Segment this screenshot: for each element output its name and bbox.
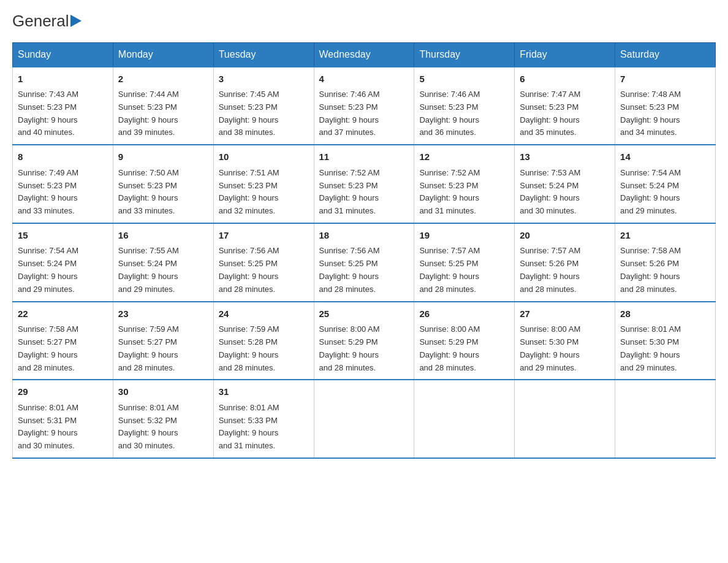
day-number: 18: [319, 229, 409, 243]
day-number: 14: [620, 150, 710, 164]
day-info: Sunrise: 7:58 AM Sunset: 5:27 PM Dayligh…: [18, 323, 108, 374]
day-number: 26: [419, 307, 509, 321]
calendar-cell: 15 Sunrise: 7:54 AM Sunset: 5:24 PM Dayl…: [13, 223, 113, 302]
day-info: Sunrise: 7:43 AM Sunset: 5:23 PM Dayligh…: [18, 88, 108, 139]
calendar-week-5: 29 Sunrise: 8:01 AM Sunset: 5:31 PM Dayl…: [13, 380, 716, 458]
day-number: 3: [219, 72, 309, 86]
calendar-cell: 27 Sunrise: 8:00 AM Sunset: 5:30 PM Dayl…: [515, 302, 615, 380]
day-number: 23: [118, 307, 208, 321]
calendar-cell: 22 Sunrise: 7:58 AM Sunset: 5:27 PM Dayl…: [13, 302, 113, 380]
calendar-cell: 29 Sunrise: 8:01 AM Sunset: 5:31 PM Dayl…: [13, 380, 113, 458]
calendar-cell: [615, 380, 716, 458]
calendar-cell: 31 Sunrise: 8:01 AM Sunset: 5:33 PM Dayl…: [213, 380, 314, 458]
calendar-cell: [414, 380, 515, 458]
day-info: Sunrise: 7:46 AM Sunset: 5:23 PM Dayligh…: [319, 88, 409, 139]
day-info: Sunrise: 7:54 AM Sunset: 5:24 PM Dayligh…: [18, 245, 108, 296]
column-header-wednesday: Wednesday: [314, 42, 414, 67]
day-info: Sunrise: 7:47 AM Sunset: 5:23 PM Dayligh…: [520, 88, 610, 139]
day-number: 19: [419, 229, 509, 243]
calendar-cell: 14 Sunrise: 7:54 AM Sunset: 5:24 PM Dayl…: [615, 145, 716, 223]
day-number: 30: [118, 385, 208, 399]
day-info: Sunrise: 7:56 AM Sunset: 5:25 PM Dayligh…: [219, 245, 309, 296]
day-number: 25: [319, 307, 409, 321]
calendar-cell: 11 Sunrise: 7:52 AM Sunset: 5:23 PM Dayl…: [314, 145, 414, 223]
logo: General: [12, 12, 83, 30]
calendar-cell: [515, 380, 615, 458]
column-header-thursday: Thursday: [414, 42, 515, 67]
day-number: 21: [620, 229, 710, 243]
calendar-cell: 17 Sunrise: 7:56 AM Sunset: 5:25 PM Dayl…: [213, 223, 314, 302]
calendar-week-2: 8 Sunrise: 7:49 AM Sunset: 5:23 PM Dayli…: [13, 145, 716, 223]
day-number: 8: [18, 150, 108, 164]
day-info: Sunrise: 8:00 AM Sunset: 5:30 PM Dayligh…: [520, 323, 610, 374]
calendar-cell: 6 Sunrise: 7:47 AM Sunset: 5:23 PM Dayli…: [515, 67, 615, 145]
day-number: 7: [620, 72, 710, 86]
calendar-cell: 5 Sunrise: 7:46 AM Sunset: 5:23 PM Dayli…: [414, 67, 515, 145]
calendar-cell: 4 Sunrise: 7:46 AM Sunset: 5:23 PM Dayli…: [314, 67, 414, 145]
day-number: 11: [319, 150, 409, 164]
day-info: Sunrise: 7:58 AM Sunset: 5:26 PM Dayligh…: [620, 245, 710, 296]
day-number: 5: [419, 72, 509, 86]
day-number: 17: [219, 229, 309, 243]
calendar-cell: 12 Sunrise: 7:52 AM Sunset: 5:23 PM Dayl…: [414, 145, 515, 223]
column-header-saturday: Saturday: [615, 42, 716, 67]
day-info: Sunrise: 8:01 AM Sunset: 5:32 PM Dayligh…: [118, 402, 208, 453]
day-info: Sunrise: 7:56 AM Sunset: 5:25 PM Dayligh…: [319, 245, 409, 296]
calendar-cell: 23 Sunrise: 7:59 AM Sunset: 5:27 PM Dayl…: [113, 302, 213, 380]
day-info: Sunrise: 8:00 AM Sunset: 5:29 PM Dayligh…: [319, 323, 409, 374]
calendar-cell: 26 Sunrise: 8:00 AM Sunset: 5:29 PM Dayl…: [414, 302, 515, 380]
day-info: Sunrise: 7:59 AM Sunset: 5:27 PM Dayligh…: [118, 323, 208, 374]
day-info: Sunrise: 8:01 AM Sunset: 5:31 PM Dayligh…: [18, 402, 108, 453]
day-info: Sunrise: 7:52 AM Sunset: 5:23 PM Dayligh…: [419, 167, 509, 218]
day-number: 15: [18, 229, 108, 243]
calendar-week-1: 1 Sunrise: 7:43 AM Sunset: 5:23 PM Dayli…: [13, 67, 716, 145]
day-info: Sunrise: 7:53 AM Sunset: 5:24 PM Dayligh…: [520, 167, 610, 218]
day-info: Sunrise: 7:52 AM Sunset: 5:23 PM Dayligh…: [319, 167, 409, 218]
calendar-table: SundayMondayTuesdayWednesdayThursdayFrid…: [12, 42, 716, 459]
day-info: Sunrise: 7:48 AM Sunset: 5:23 PM Dayligh…: [620, 88, 710, 139]
calendar-cell: 13 Sunrise: 7:53 AM Sunset: 5:24 PM Dayl…: [515, 145, 615, 223]
day-number: 9: [118, 150, 208, 164]
calendar-cell: 28 Sunrise: 8:01 AM Sunset: 5:30 PM Dayl…: [615, 302, 716, 380]
calendar-cell: [314, 380, 414, 458]
day-info: Sunrise: 7:51 AM Sunset: 5:23 PM Dayligh…: [219, 167, 309, 218]
calendar-cell: 10 Sunrise: 7:51 AM Sunset: 5:23 PM Dayl…: [213, 145, 314, 223]
logo-general-text: General: [12, 12, 69, 30]
column-header-sunday: Sunday: [13, 42, 113, 67]
page-header: General: [12, 12, 716, 30]
calendar-cell: 16 Sunrise: 7:55 AM Sunset: 5:24 PM Dayl…: [113, 223, 213, 302]
calendar-cell: 25 Sunrise: 8:00 AM Sunset: 5:29 PM Dayl…: [314, 302, 414, 380]
day-number: 10: [219, 150, 309, 164]
day-number: 31: [219, 385, 309, 399]
column-header-friday: Friday: [515, 42, 615, 67]
day-info: Sunrise: 7:50 AM Sunset: 5:23 PM Dayligh…: [118, 167, 208, 218]
calendar-cell: 9 Sunrise: 7:50 AM Sunset: 5:23 PM Dayli…: [113, 145, 213, 223]
day-info: Sunrise: 8:01 AM Sunset: 5:30 PM Dayligh…: [620, 323, 710, 374]
calendar-cell: 24 Sunrise: 7:59 AM Sunset: 5:28 PM Dayl…: [213, 302, 314, 380]
calendar-cell: 3 Sunrise: 7:45 AM Sunset: 5:23 PM Dayli…: [213, 67, 314, 145]
day-info: Sunrise: 8:01 AM Sunset: 5:33 PM Dayligh…: [219, 402, 309, 453]
day-number: 12: [419, 150, 509, 164]
day-info: Sunrise: 7:59 AM Sunset: 5:28 PM Dayligh…: [219, 323, 309, 374]
day-number: 16: [118, 229, 208, 243]
day-info: Sunrise: 7:45 AM Sunset: 5:23 PM Dayligh…: [219, 88, 309, 139]
svg-marker-0: [70, 15, 82, 27]
calendar-cell: 30 Sunrise: 8:01 AM Sunset: 5:32 PM Dayl…: [113, 380, 213, 458]
day-number: 1: [18, 72, 108, 86]
day-number: 2: [118, 72, 208, 86]
calendar-week-4: 22 Sunrise: 7:58 AM Sunset: 5:27 PM Dayl…: [13, 302, 716, 380]
column-header-tuesday: Tuesday: [213, 42, 314, 67]
calendar-cell: 8 Sunrise: 7:49 AM Sunset: 5:23 PM Dayli…: [13, 145, 113, 223]
calendar-cell: 19 Sunrise: 7:57 AM Sunset: 5:25 PM Dayl…: [414, 223, 515, 302]
day-number: 13: [520, 150, 610, 164]
day-info: Sunrise: 7:49 AM Sunset: 5:23 PM Dayligh…: [18, 167, 108, 218]
day-number: 4: [319, 72, 409, 86]
calendar-cell: 2 Sunrise: 7:44 AM Sunset: 5:23 PM Dayli…: [113, 67, 213, 145]
day-number: 28: [620, 307, 710, 321]
calendar-cell: 18 Sunrise: 7:56 AM Sunset: 5:25 PM Dayl…: [314, 223, 414, 302]
day-info: Sunrise: 7:57 AM Sunset: 5:25 PM Dayligh…: [419, 245, 509, 296]
logo-triangle-icon: [70, 15, 82, 27]
day-number: 20: [520, 229, 610, 243]
column-header-monday: Monday: [113, 42, 213, 67]
day-info: Sunrise: 7:46 AM Sunset: 5:23 PM Dayligh…: [419, 88, 509, 139]
